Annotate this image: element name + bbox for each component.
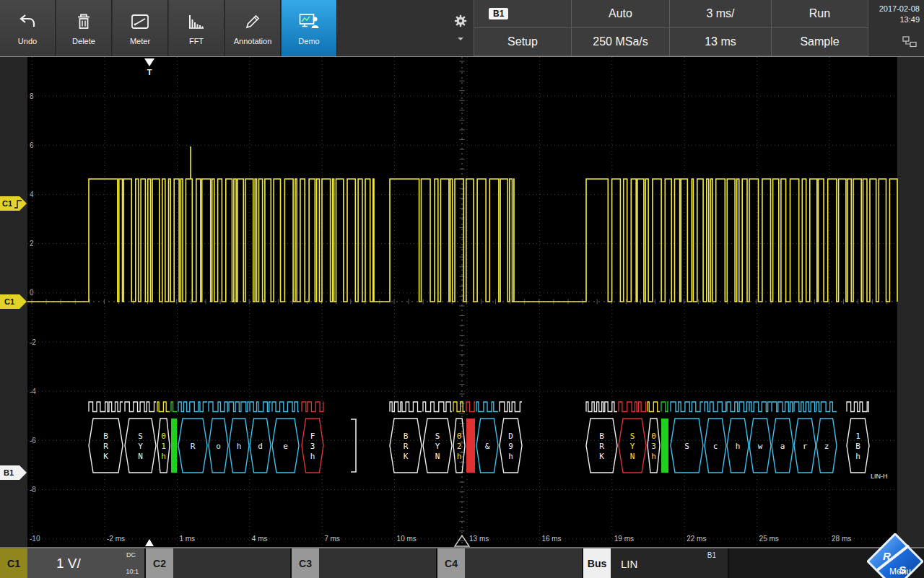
trigger-level-tag[interactable]: C1 (0, 196, 27, 211)
date-label: 2017-02-08 (879, 4, 920, 14)
status-timebase[interactable]: 3 ms/ (670, 0, 771, 27)
channel-bar: C1 1 V/ DC 10:1 C2 C3 C4 Bus LIN B1 (0, 548, 924, 578)
channel-tab-c2[interactable]: C2 (146, 548, 290, 578)
trigger-level-label: C1 (2, 199, 12, 208)
meter-button[interactable]: Meter (113, 0, 168, 56)
undo-icon (18, 13, 37, 32)
channel-c1-label: C1 (4, 297, 14, 306)
svg-text:R: R (883, 550, 891, 562)
trash-icon (76, 13, 92, 32)
menu-button[interactable]: Menu (889, 566, 911, 577)
c1-scale: 1 V/ (56, 556, 81, 572)
chevron-down-icon (458, 38, 463, 43)
undo-button[interactable]: Undo (0, 0, 56, 56)
status-bus-cell[interactable]: B1 (474, 0, 571, 27)
fft-label: FFT (189, 37, 204, 45)
bus-b1-label: B1 (4, 468, 14, 477)
c4-label: C4 (437, 548, 465, 578)
c2-label: C2 (146, 548, 173, 578)
c1-coupling: DC (126, 551, 136, 559)
demo-button[interactable]: Demo (282, 0, 337, 56)
network-icon (902, 36, 917, 51)
bus-b1-tag[interactable]: B1 (0, 465, 27, 480)
status-bar: B1 Auto 3 ms/ Run Setup 250 MSa/s 13 ms … (474, 0, 868, 56)
c3-label: C3 (292, 548, 319, 578)
status-setup[interactable]: Setup (474, 28, 571, 56)
channel-c1-tag[interactable]: C1 (0, 294, 27, 309)
status-trigger-mode[interactable]: Auto (572, 0, 669, 27)
status-acquisition-time[interactable]: 13 ms (670, 28, 771, 56)
fft-button[interactable]: FFT (169, 0, 225, 56)
channel-tab-c4[interactable]: C4 (437, 548, 582, 578)
delete-label: Delete (72, 37, 95, 45)
status-acquisition-mode[interactable]: Sample (772, 28, 868, 56)
status-sample-rate[interactable]: 250 MSa/s (572, 28, 669, 56)
fft-icon (187, 13, 206, 32)
gear-icon (453, 14, 468, 30)
toolbar: Undo Delete Meter FFT Annotation Demo (0, 0, 924, 56)
pencil-icon (244, 13, 261, 32)
c1-label: C1 (0, 548, 27, 578)
b1-badge: B1 (489, 8, 508, 19)
datetime: 2017-02-08 13:49 (879, 4, 920, 25)
annotation-label: Annotation (234, 37, 272, 45)
status-run-state[interactable]: Run (772, 0, 868, 27)
delete-button[interactable]: Delete (56, 0, 112, 56)
graticule-area[interactable] (27, 57, 897, 547)
undo-label: Undo (18, 37, 37, 45)
annotation-button[interactable]: Annotation (225, 0, 281, 56)
time-label: 13:49 (879, 14, 920, 25)
c1-probe: 10:1 (126, 568, 139, 575)
trigger-edge-icon (14, 201, 22, 208)
toolbar-separator (0, 56, 924, 57)
channel-tab-c3[interactable]: C3 (292, 548, 436, 578)
bus-tab[interactable]: Bus LIN B1 (583, 548, 728, 578)
demo-label: Demo (298, 37, 319, 45)
settings-button[interactable] (446, 0, 475, 56)
bus-type: LIN (621, 557, 637, 569)
meter-icon (131, 13, 149, 32)
bus-label: Bus (583, 548, 611, 578)
demo-icon (299, 13, 319, 32)
meter-label: Meter (130, 37, 150, 45)
bus-badge: B1 (707, 551, 716, 559)
channel-tab-c1[interactable]: C1 1 V/ DC 10:1 (0, 548, 144, 578)
